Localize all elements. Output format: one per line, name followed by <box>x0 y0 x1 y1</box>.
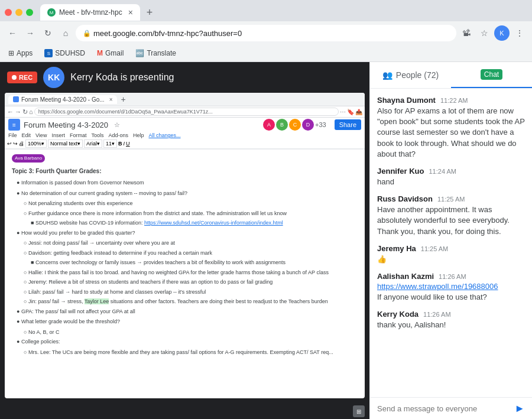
bullet-3-2-1: ■ Concerns over technology or family iss… <box>31 259 358 267</box>
doc-address-text: https://docs.google.com/document/d/1dDaO… <box>38 109 213 115</box>
doc-tab-icon <box>13 96 19 102</box>
msg-time-aalishan: 11:26 AM <box>439 273 466 280</box>
doc-reload-btn[interactable]: ↻ <box>22 108 28 116</box>
bookmark-translate[interactable]: 🔤 Translate <box>132 48 180 59</box>
presenter-initials: KK <box>48 73 60 82</box>
bookmark-translate-label: Translate <box>147 49 176 57</box>
topic3-header: Topic 3: Fourth Quarter Grades: <box>12 167 358 176</box>
chat-messages: Shayna Dumont 11:22 AM Also for AP exams… <box>370 89 532 397</box>
msg-header-aalishan: Aalishan Kazmi 11:26 AM <box>377 272 525 281</box>
active-tab[interactable]: M Meet - bfv-tmnz-hpc × <box>40 4 140 21</box>
font-select[interactable]: Arial▾ <box>84 139 102 148</box>
collab-avatar-3: C <box>289 119 301 131</box>
print-btn[interactable]: 🖨 <box>19 141 24 147</box>
new-tab-button[interactable]: + <box>142 5 157 20</box>
tab-bar: M Meet - bfv-tmnz-hpc × + <box>0 0 532 21</box>
bullet-5-1: ○ No A, B, or C <box>24 329 358 337</box>
send-button[interactable]: ► <box>514 402 525 415</box>
close-window-button[interactable] <box>5 9 12 16</box>
doc-tab-label: Forum Meeting 4-3-2020 - Go... <box>21 96 105 103</box>
chat-input[interactable] <box>377 404 510 413</box>
strawpoll-link[interactable]: https://www.strawpoll.me/19688006 <box>377 282 525 291</box>
doc-address-bar[interactable]: https://docs.google.com/document/d/1dDaO… <box>34 108 339 116</box>
covid-link[interactable]: https://www.sduhsd.net/Coronavirus-infor… <box>144 220 283 226</box>
minimize-window-button[interactable] <box>15 9 22 16</box>
rec-dot <box>12 75 17 80</box>
bullet-5-text: What letter grade would be the threshold… <box>21 319 120 324</box>
msg-text-shayna: Also for AP exams a lot of them are now … <box>377 106 525 160</box>
underline-btn[interactable]: U <box>126 141 130 147</box>
doc-title-bar: ≡ Forum Meeting 4-3-2020 ☆ A B C D +33 S… <box>5 118 365 132</box>
cast-button[interactable]: 📽 <box>459 25 474 41</box>
doc-star-icon[interactable]: ☆ <box>114 121 120 129</box>
rec-badge: REC <box>7 72 37 83</box>
back-button[interactable]: ← <box>5 25 20 41</box>
message-jennifer: Jennifer Kuo 11:24 AM hand <box>377 167 525 187</box>
doc-format-bar: ↩ ↪ 🖨 100%▾ Normal text▾ Arial▾ 11▾ B I … <box>5 139 365 149</box>
redo-btn[interactable]: ↪ <box>13 141 18 147</box>
bookmark-button[interactable]: ☆ <box>476 25 492 41</box>
doc-menu-dots[interactable]: ⋯ <box>340 109 346 115</box>
italic-btn[interactable]: I <box>124 141 125 147</box>
fullscreen-window-button[interactable] <box>26 9 33 16</box>
browser-right-icons: 📽 ☆ K ⋮ <box>459 25 527 41</box>
style-select[interactable]: Normal text▾ <box>48 139 83 148</box>
sduhsd-icon: S <box>44 49 53 57</box>
bookmark-sduhsd-label: SDUHSD <box>55 49 85 57</box>
menu-help[interactable]: Help <box>133 132 144 138</box>
msg-name-jennifer: Jennifer Kuo <box>377 167 424 176</box>
bullet-3-6: ○ Jin: pass/ fail → stress, Taylor Lee s… <box>24 298 358 306</box>
bold-btn[interactable]: B <box>118 141 122 147</box>
zoom-select[interactable]: 100%▾ <box>25 139 47 148</box>
address-input[interactable]: 🔒 meet.google.com/bfv-tmnz-hpc?authuser=… <box>76 25 456 41</box>
all-changes-link[interactable]: All changes... <box>148 132 180 138</box>
menu-tools[interactable]: Tools <box>91 132 103 138</box>
menu-view[interactable]: View <box>35 132 47 138</box>
tab-close-button[interactable]: × <box>128 8 133 17</box>
tab-people[interactable]: 👥 People (72) <box>370 63 451 87</box>
collab-avatar-4: D <box>302 119 314 131</box>
undo-btn[interactable]: ↩ <box>7 141 12 147</box>
bookmark-apps-label: Apps <box>17 49 33 57</box>
home-button[interactable]: ⌂ <box>58 25 73 41</box>
doc-home-btn[interactable]: ⌂ <box>29 108 33 115</box>
message-kerry: Kerry Koda 11:26 AM thank you, Aalishan! <box>377 310 525 330</box>
bullet-3-3: ○ Hallie: I think the pass fail is too b… <box>24 269 358 277</box>
bookmark-sduhsd[interactable]: S SDUHSD <box>41 48 89 59</box>
profile-button[interactable]: K <box>494 25 510 41</box>
doc-browser-bar: Forum Meeting 4-3-2020 - Go... × + <box>5 93 365 106</box>
forward-button[interactable]: → <box>22 25 38 41</box>
menu-button[interactable]: ⋮ <box>512 25 527 41</box>
menu-insert[interactable]: Insert <box>51 132 65 138</box>
doc-tab-close[interactable]: × <box>109 96 113 103</box>
doc-fwd-btn[interactable]: → <box>15 108 21 115</box>
menu-addons[interactable]: Add-ons <box>108 132 128 138</box>
share-button[interactable]: Share <box>335 119 361 130</box>
menu-edit[interactable]: Edit <box>22 132 31 138</box>
expand-button[interactable]: ⊞ <box>353 405 365 417</box>
rec-bar: REC KK Kerry Koda is presenting <box>0 62 369 93</box>
collab-count: +33 <box>315 121 326 128</box>
bullet-1: ● Information is passed down from Govern… <box>17 179 358 187</box>
doc-content: Ava Barbano Topic 3: Fourth Quarter Grad… <box>5 150 365 356</box>
doc-back-btn[interactable]: ← <box>7 108 14 115</box>
menu-file[interactable]: File <box>8 132 17 138</box>
doc-tab[interactable]: Forum Meeting 4-3-2020 - Go... × <box>8 95 117 104</box>
reload-button[interactable]: ↻ <box>40 25 56 41</box>
bullet-2-2: ○ Further guidance once there is more in… <box>24 210 358 218</box>
gmail-icon: M <box>97 49 103 57</box>
collab-avatar-2: B <box>276 119 288 131</box>
bullet-3-4-text: Jeremy: Relieve a bit of stress on stude… <box>28 279 273 285</box>
size-select[interactable]: 11▾ <box>103 139 117 148</box>
bullet-4-text: GPA: The pass/ fail will not affect your… <box>21 308 135 314</box>
bookmark-apps[interactable]: ⊞ Apps <box>5 48 36 59</box>
bullet-3-5: ○ Lilah: pass/ fail → hard to study at h… <box>24 288 358 297</box>
doc-new-tab[interactable]: + <box>121 95 125 104</box>
chat-panel: 👥 People (72) Chat Shayna Dumont 11:22 A… <box>369 62 532 419</box>
presenter-avatar: KK <box>43 67 64 88</box>
bookmark-gmail[interactable]: M Gmail <box>93 48 127 59</box>
chat-badge: Chat <box>481 69 502 80</box>
menu-format[interactable]: Format <box>70 132 87 138</box>
tab-chat[interactable]: Chat <box>451 62 532 88</box>
msg-name-aalishan: Aalishan Kazmi <box>377 272 434 281</box>
